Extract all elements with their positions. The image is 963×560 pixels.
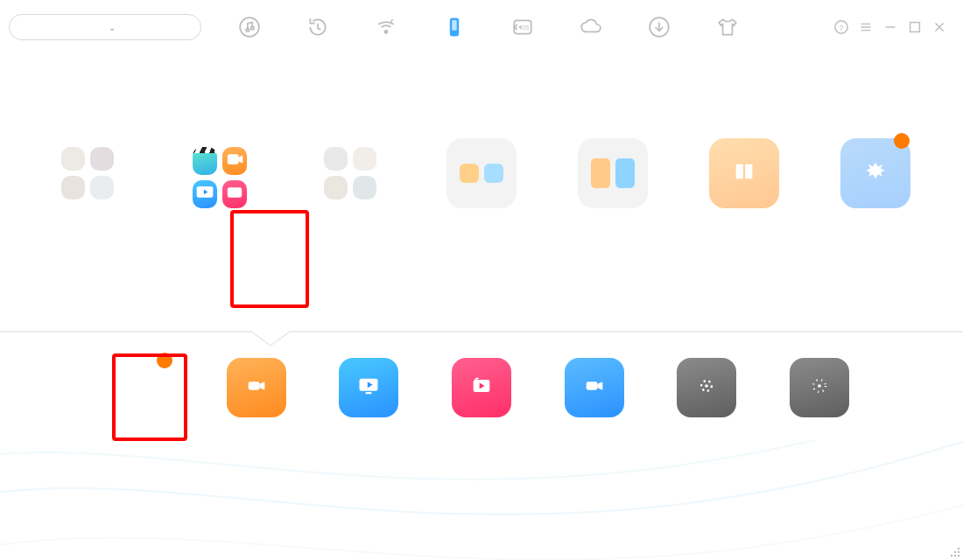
camcorder-icon — [244, 374, 269, 402]
svg-point-16 — [233, 191, 237, 195]
category-books[interactable] — [705, 138, 784, 219]
apps-badge — [894, 133, 910, 149]
slowmo-icon — [807, 374, 832, 402]
tab-shirt-icon[interactable] — [714, 14, 741, 40]
sub-music-videos[interactable] — [452, 358, 512, 426]
tab-cloud-icon[interactable] — [578, 14, 604, 40]
tab-ios-transfer-icon[interactable]: iOS — [510, 14, 536, 40]
tab-music-icon[interactable] — [236, 14, 263, 40]
svg-rect-23 — [586, 382, 597, 389]
category-photos[interactable] — [311, 138, 390, 219]
sub-slowmo[interactable] — [789, 358, 849, 426]
svg-point-27 — [818, 384, 821, 388]
svg-rect-17 — [249, 382, 260, 389]
toolbar: ⌄ iOS — [0, 0, 963, 54]
sub-personal-videos[interactable] — [227, 358, 287, 426]
svg-rect-5 — [452, 20, 456, 31]
svg-text:iOS: iOS — [520, 24, 531, 31]
resize-grip-icon[interactable] — [947, 544, 959, 556]
films-badge — [157, 353, 172, 368]
tv-icon — [356, 374, 381, 402]
tab-history-icon[interactable] — [305, 14, 331, 40]
category-videos[interactable] — [179, 138, 258, 219]
toolbar-tabs: iOS — [236, 14, 741, 40]
maximize-icon[interactable] — [907, 19, 923, 35]
help-icon[interactable]: ? — [833, 19, 849, 35]
music-video-icon — [469, 374, 494, 402]
sub-timelapse[interactable] — [677, 358, 737, 426]
svg-point-3 — [384, 31, 387, 33]
device-selector[interactable]: ⌄ — [9, 14, 201, 40]
highlight-box-1 — [230, 210, 309, 308]
category-safari[interactable] — [442, 138, 521, 219]
tab-download-icon[interactable] — [646, 14, 672, 40]
sub-videos[interactable] — [564, 358, 624, 426]
svg-rect-12 — [228, 154, 239, 164]
timelapse-icon — [694, 374, 719, 402]
minimize-icon[interactable] — [882, 19, 898, 35]
menu-icon[interactable] — [858, 19, 874, 35]
video-camera-icon — [582, 374, 607, 402]
window-controls: ? — [833, 19, 947, 35]
category-audio[interactable] — [48, 138, 127, 219]
tab-wifi-restore-icon[interactable] — [373, 14, 399, 40]
close-icon[interactable] — [931, 19, 947, 35]
chevron-down-icon: ⌄ — [109, 23, 116, 32]
svg-point-25 — [705, 384, 708, 388]
sub-films[interactable] — [114, 358, 174, 426]
svg-point-0 — [240, 18, 259, 37]
svg-rect-11 — [910, 23, 920, 32]
svg-text:?: ? — [839, 24, 843, 32]
category-system-files[interactable] — [573, 138, 652, 219]
subcategory-row — [0, 358, 963, 440]
category-connector — [0, 330, 963, 347]
subcategory-panel — [0, 346, 963, 440]
svg-rect-20 — [366, 392, 372, 394]
category-row — [0, 138, 963, 219]
app-window: ⌄ iOS — [0, 0, 963, 560]
sub-tv-series[interactable] — [339, 358, 399, 426]
tab-device-icon[interactable] — [441, 14, 467, 40]
category-apps[interactable] — [836, 138, 915, 219]
